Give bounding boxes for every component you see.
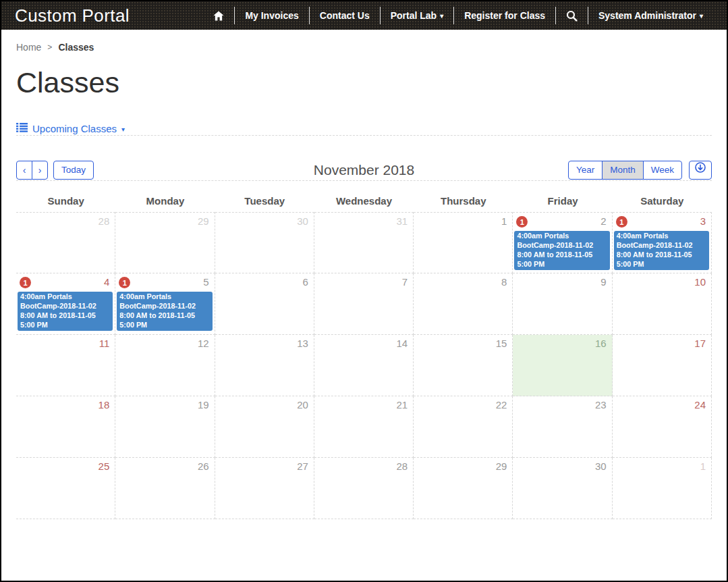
day-number: 1 xyxy=(700,460,706,472)
calendar-day-cell[interactable]: 30 xyxy=(513,458,612,519)
day-number: 28 xyxy=(396,460,408,472)
day-header-wednesday: Wednesday xyxy=(314,181,414,212)
calendar-day-cell[interactable]: 1 xyxy=(414,212,513,273)
day-number: 1 xyxy=(501,215,507,227)
day-number: 4 xyxy=(104,276,109,288)
calendar-day-cell[interactable]: 23 xyxy=(513,396,612,458)
nav-item-register-for-class[interactable]: Register for Class xyxy=(454,10,555,21)
calendar-day-cell[interactable]: 26 xyxy=(115,458,215,519)
calendar-day-cell[interactable]: 14 xyxy=(314,335,414,396)
calendar-day-cell[interactable]: 12 xyxy=(115,335,215,396)
day-number: 5 xyxy=(203,276,208,288)
day-number: 3 xyxy=(700,215,706,227)
search-icon xyxy=(566,10,578,22)
calendar-day-cell[interactable]: 8 xyxy=(414,273,513,335)
calendar-grid: 282930311124:00am Portals BootCamp-2018-… xyxy=(16,212,712,519)
calendar-day-cell[interactable]: 11 xyxy=(16,335,115,396)
chevron-down-icon: ▾ xyxy=(700,13,703,20)
day-number: 24 xyxy=(694,399,706,411)
prev-next-group: ‹ › xyxy=(16,161,48,180)
calendar-day-cell[interactable]: 25 xyxy=(16,458,115,519)
home-nav-button[interactable] xyxy=(203,11,234,21)
day-number: 29 xyxy=(496,460,507,472)
calendar-day-cell[interactable]: 17 xyxy=(613,335,712,396)
breadcrumb-home-link[interactable]: Home xyxy=(16,42,41,53)
day-number: 10 xyxy=(694,276,706,288)
day-number: 11 xyxy=(99,338,110,349)
event[interactable]: 4:00am Portals BootCamp-2018-11-02 8:00 … xyxy=(18,292,113,331)
nav-item-my-invoices[interactable]: My Invoices xyxy=(235,10,308,21)
nav-item-portal-lab[interactable]: Portal Lab ▾ xyxy=(381,10,454,21)
breadcrumb: Home > Classes xyxy=(16,30,712,53)
day-number: 2 xyxy=(600,215,606,227)
calendar-day-cell[interactable]: 10 xyxy=(613,273,712,335)
calendar-day-cell[interactable]: 31 xyxy=(314,212,414,273)
day-number: 19 xyxy=(198,399,209,411)
prev-month-button[interactable]: ‹ xyxy=(16,161,32,180)
day-number: 8 xyxy=(501,276,507,288)
calendar-day-cell[interactable]: 20 xyxy=(215,396,314,458)
calendar-month-title: November 2018 xyxy=(314,162,414,178)
calendar-day-cell[interactable]: 24 xyxy=(613,396,712,458)
calendar-day-cell[interactable]: 16 xyxy=(513,335,612,396)
calendar-day-cell[interactable]: 21 xyxy=(314,396,414,458)
calendar-day-cell[interactable]: 1 xyxy=(613,458,712,519)
list-icon xyxy=(16,122,28,135)
event[interactable]: 4:00am Portals BootCamp-2018-11-02 8:00 … xyxy=(514,231,609,270)
breadcrumb-current: Classes xyxy=(58,42,94,53)
nav-item-contact-us[interactable]: Contact Us xyxy=(310,10,380,21)
calendar-day-cell[interactable]: 27 xyxy=(215,458,314,519)
class-filter-dropdown[interactable]: Upcoming Classes ▾ xyxy=(16,122,125,135)
day-number: 13 xyxy=(297,338,308,349)
calendar-day-cell[interactable]: 124:00am Portals BootCamp-2018-11-02 8:0… xyxy=(513,212,612,273)
view-week-button[interactable]: Week xyxy=(643,161,682,180)
calendar-day-cell[interactable]: 29 xyxy=(115,212,215,273)
nav-item-label: Portal Lab xyxy=(391,10,437,21)
breadcrumb-separator: > xyxy=(47,43,52,52)
view-year-button[interactable]: Year xyxy=(568,161,603,180)
calendar-day-cell[interactable]: 154:00am Portals BootCamp-2018-11-02 8:0… xyxy=(115,273,215,335)
nav-item-user-menu[interactable]: System Administrator ▾ xyxy=(588,10,713,21)
event[interactable]: 4:00am Portals BootCamp-2018-11-02 8:00 … xyxy=(614,231,709,270)
calendar-day-cell[interactable]: 18 xyxy=(16,396,115,458)
calendar-day-cell[interactable]: 9 xyxy=(513,273,612,335)
day-header-thursday: Thursday xyxy=(414,181,513,212)
brand-logo[interactable]: Custom Portal xyxy=(15,5,130,26)
day-number: 9 xyxy=(600,276,606,288)
day-number: 12 xyxy=(198,338,209,349)
calendar-day-cell[interactable]: 28 xyxy=(16,212,115,273)
day-header-friday: Friday xyxy=(513,181,612,212)
search-button[interactable] xyxy=(556,10,588,22)
event[interactable]: 4:00am Portals BootCamp-2018-11-02 8:00 … xyxy=(117,292,212,331)
calendar-day-cell[interactable]: 30 xyxy=(215,212,314,273)
day-header-sunday: Sunday xyxy=(16,181,115,212)
calendar-day-cell[interactable]: 134:00am Portals BootCamp-2018-11-02 8:0… xyxy=(613,212,712,273)
download-calendar-button[interactable] xyxy=(689,161,712,180)
calendar-day-cell[interactable]: 28 xyxy=(314,458,414,519)
today-button[interactable]: Today xyxy=(53,161,94,180)
calendar-day-cell[interactable]: 15 xyxy=(414,335,513,396)
next-month-button[interactable]: › xyxy=(32,161,48,180)
chevron-down-icon: ▾ xyxy=(121,126,125,133)
filter-label: Upcoming Classes xyxy=(32,123,117,134)
day-number: 29 xyxy=(198,215,209,227)
day-number: 15 xyxy=(496,338,507,349)
day-number: 28 xyxy=(99,215,110,227)
calendar-toolbar: ‹ › Today November 2018 Year Month Week xyxy=(16,160,712,180)
calendar-day-headers: Sunday Monday Tuesday Wednesday Thursday… xyxy=(16,181,712,212)
day-number: 18 xyxy=(99,399,110,411)
day-number: 22 xyxy=(496,399,507,411)
calendar-day-cell[interactable]: 6 xyxy=(215,273,314,335)
view-month-button[interactable]: Month xyxy=(602,161,644,180)
day-number: 17 xyxy=(694,338,706,349)
calendar-day-cell[interactable]: 7 xyxy=(314,273,414,335)
page-title: Classes xyxy=(16,68,712,98)
calendar-day-cell[interactable]: 144:00am Portals BootCamp-2018-11-02 8:0… xyxy=(16,273,115,335)
day-header-monday: Monday xyxy=(115,181,215,212)
day-number: 20 xyxy=(297,399,308,411)
calendar-day-cell[interactable]: 13 xyxy=(215,335,314,396)
calendar-day-cell[interactable]: 29 xyxy=(414,458,513,519)
calendar-day-cell[interactable]: 22 xyxy=(414,396,513,458)
day-number: 30 xyxy=(595,460,607,472)
calendar-day-cell[interactable]: 19 xyxy=(115,396,215,458)
